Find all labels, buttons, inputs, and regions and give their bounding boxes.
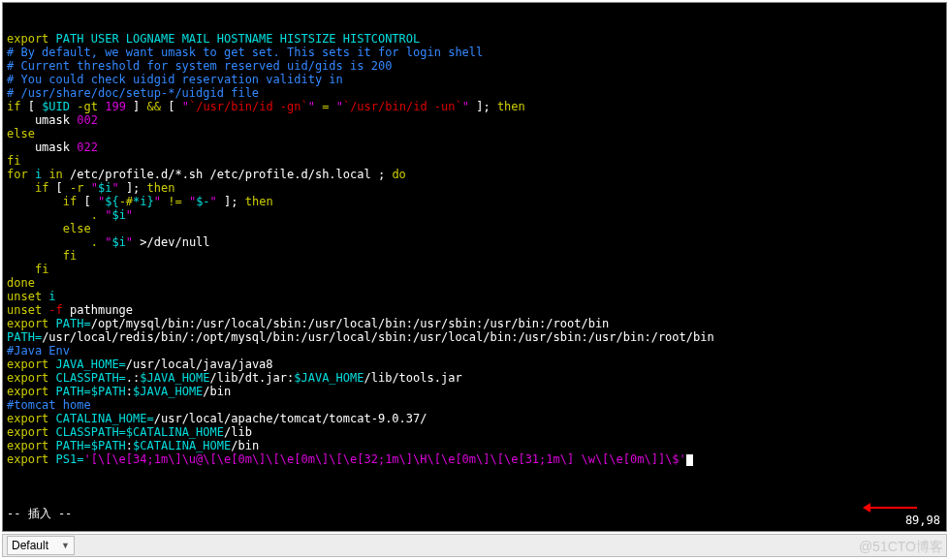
terminal-line: export CLASSPATH=$CATALINA_HOME/lib: [7, 425, 942, 439]
terminal-line: umask 022: [7, 140, 942, 154]
terminal-line: #tomcat home: [7, 398, 942, 412]
cursor-position: 89,98: [905, 513, 940, 527]
terminal-line: fi: [7, 249, 942, 263]
annotation-arrow: [869, 507, 917, 509]
terminal-content: export PATH USER LOGNAME MAIL HOSTNAME H…: [7, 32, 942, 466]
terminal-viewport[interactable]: export PATH USER LOGNAME MAIL HOSTNAME H…: [2, 2, 947, 532]
terminal-line: # You could check uidgid reservation val…: [7, 73, 942, 86]
status-bar: Default ▼: [2, 534, 947, 557]
terminal-line: . "$i" >/dev/null: [7, 235, 942, 249]
terminal-line: if [ $UID -gt 199 ] && [ "`/usr/bin/id -…: [7, 100, 942, 113]
vim-mode-line: -- 插入 --: [7, 507, 72, 520]
watermark-text: @51CTO博客: [859, 539, 943, 556]
terminal-line: export PATH USER LOGNAME MAIL HOSTNAME H…: [7, 32, 942, 46]
terminal-line: export JAVA_HOME=/usr/local/java/java8: [7, 358, 942, 371]
terminal-line: PATH=/usr/local/redis/bin/:/opt/mysql/bi…: [7, 330, 942, 344]
terminal-line: #Java Env: [7, 344, 942, 358]
terminal-line: export CLASSPATH=.:$JAVA_HOME/lib/dt.jar…: [7, 371, 942, 385]
chevron-down-icon: ▼: [61, 541, 70, 550]
terminal-line: unset i: [7, 290, 942, 303]
terminal-line: # Current threshold for system reserved …: [7, 59, 942, 73]
terminal-line: for i in /etc/profile.d/*.sh /etc/profil…: [7, 168, 942, 181]
terminal-line: fi: [7, 263, 942, 276]
terminal-line: export PATH=$PATH:$JAVA_HOME/bin: [7, 385, 942, 398]
terminal-line: . "$i": [7, 208, 942, 222]
text-cursor: [686, 454, 693, 466]
terminal-line: if [ "${-#*i}" != "$-" ]; then: [7, 195, 942, 208]
terminal-line: umask 002: [7, 113, 942, 127]
terminal-line: export CATALINA_HOME=/usr/local/apache/t…: [7, 412, 942, 425]
terminal-line: else: [7, 222, 942, 235]
terminal-line: # By default, we want umask to get set. …: [7, 46, 942, 59]
terminal-line: export PATH=/opt/mysql/bin:/usr/local/sb…: [7, 317, 942, 330]
terminal-line: fi: [7, 154, 942, 168]
terminal-line: unset -f pathmunge: [7, 303, 942, 317]
terminal-line: if [ -r "$i" ]; then: [7, 181, 942, 195]
terminal-line: export PATH=$PATH:$CATALINA_HOME/bin: [7, 439, 942, 452]
encoding-label: Default: [12, 539, 48, 552]
encoding-dropdown[interactable]: Default ▼: [7, 536, 75, 555]
terminal-line: done: [7, 276, 942, 290]
terminal-line: export PS1='[\[\e[34;1m\]\u@\[\e[0m\]\[\…: [7, 452, 942, 466]
terminal-line: # /usr/share/doc/setup-*/uidgid file: [7, 86, 942, 100]
terminal-line: else: [7, 127, 942, 140]
